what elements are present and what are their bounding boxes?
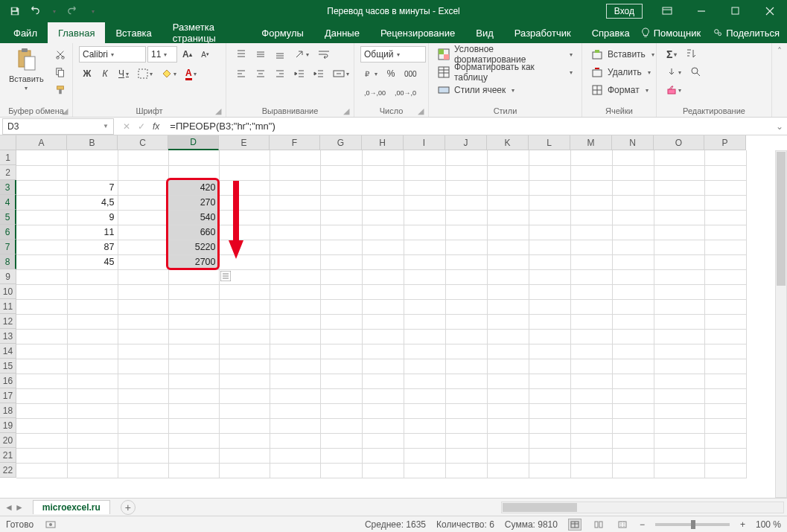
cell[interactable]: 7 <box>67 180 118 195</box>
cell[interactable] <box>118 150 168 165</box>
cell[interactable] <box>320 463 362 478</box>
cell[interactable] <box>118 448 168 463</box>
cell[interactable] <box>16 195 67 210</box>
merge-center-icon[interactable] <box>329 65 353 82</box>
cell[interactable] <box>570 329 612 344</box>
cell[interactable] <box>362 210 404 225</box>
cell[interactable] <box>445 165 487 180</box>
column-header[interactable]: D <box>168 135 219 150</box>
cell[interactable] <box>404 299 445 314</box>
cell[interactable] <box>487 210 529 225</box>
increase-indent-icon[interactable] <box>310 65 328 82</box>
cell[interactable] <box>118 388 168 403</box>
cell[interactable] <box>67 150 118 165</box>
cell[interactable] <box>362 284 404 299</box>
cell[interactable] <box>219 418 270 433</box>
cell[interactable] <box>487 403 529 418</box>
cell[interactable] <box>404 150 445 165</box>
cell[interactable] <box>16 403 67 418</box>
tab-help[interactable]: Справка <box>582 22 640 43</box>
underline-button[interactable]: Ч <box>115 65 133 82</box>
cell[interactable] <box>704 210 746 225</box>
fill-icon[interactable] <box>663 64 685 80</box>
cell[interactable] <box>445 433 487 448</box>
cell[interactable] <box>487 388 529 403</box>
column-header[interactable]: H <box>362 135 404 150</box>
cell[interactable] <box>320 359 362 374</box>
fx-icon[interactable]: fx <box>153 121 159 132</box>
cell[interactable] <box>67 388 118 403</box>
cell[interactable] <box>487 448 529 463</box>
cell[interactable] <box>654 374 704 388</box>
tab-home[interactable]: Главная <box>48 22 105 43</box>
clipboard-dialog-launcher-icon[interactable]: ◢ <box>60 106 69 115</box>
cell[interactable] <box>320 374 362 388</box>
cell[interactable] <box>654 165 704 180</box>
cell[interactable] <box>270 448 320 463</box>
cell[interactable] <box>320 344 362 359</box>
cell[interactable] <box>168 388 219 403</box>
wrap-text-icon[interactable] <box>314 46 334 63</box>
align-left-icon[interactable] <box>232 65 250 82</box>
cell[interactable] <box>362 388 404 403</box>
cell[interactable] <box>529 418 570 433</box>
cell[interactable] <box>168 269 219 284</box>
row-header[interactable]: 6 <box>0 225 16 240</box>
cell[interactable] <box>67 284 118 299</box>
cell[interactable] <box>219 344 270 359</box>
cell[interactable] <box>445 225 487 240</box>
row-header[interactable]: 13 <box>0 329 16 344</box>
column-header[interactable]: P <box>704 135 746 150</box>
tab-formulas[interactable]: Формулы <box>251 22 314 43</box>
cell[interactable] <box>404 388 445 403</box>
cell[interactable] <box>704 344 746 359</box>
row-header[interactable]: 5 <box>0 210 16 225</box>
cell[interactable] <box>320 403 362 418</box>
cell[interactable] <box>67 359 118 374</box>
cell[interactable] <box>320 448 362 463</box>
sheet-tab[interactable]: microexcel.ru <box>33 500 110 514</box>
align-top-icon[interactable] <box>232 46 250 63</box>
sheet-nav-prev-icon[interactable]: ◄ <box>4 502 13 513</box>
cell[interactable] <box>270 359 320 374</box>
cell[interactable] <box>654 210 704 225</box>
cell[interactable] <box>320 210 362 225</box>
tab-view[interactable]: Вид <box>465 22 504 43</box>
row-header[interactable]: 17 <box>0 388 16 403</box>
row-header[interactable]: 19 <box>0 418 16 433</box>
cell[interactable] <box>529 359 570 374</box>
share-button[interactable]: Поделиться <box>713 28 780 39</box>
cell[interactable] <box>67 329 118 344</box>
cell[interactable] <box>654 240 704 254</box>
cell[interactable] <box>529 284 570 299</box>
cell[interactable] <box>67 403 118 418</box>
redo-icon[interactable] <box>64 2 82 20</box>
horizontal-scrollbar[interactable] <box>501 501 784 513</box>
cell[interactable] <box>612 329 654 344</box>
cell[interactable] <box>570 269 612 284</box>
sheet-nav-next-icon[interactable]: ► <box>15 502 24 513</box>
row-header[interactable]: 22 <box>0 463 16 478</box>
accounting-format-icon[interactable]: ₽ <box>360 65 381 82</box>
cell[interactable] <box>270 388 320 403</box>
macro-record-icon[interactable] <box>45 520 56 529</box>
cell[interactable] <box>487 195 529 210</box>
cell[interactable] <box>570 299 612 314</box>
cell[interactable] <box>404 374 445 388</box>
cell[interactable] <box>445 150 487 165</box>
cell[interactable] <box>612 195 654 210</box>
tab-page-layout[interactable]: Разметка страницы <box>162 22 252 43</box>
cell[interactable]: 420 <box>168 180 219 195</box>
cell[interactable] <box>168 284 219 299</box>
row-header[interactable]: 2 <box>0 165 16 180</box>
cell[interactable] <box>219 448 270 463</box>
row-header[interactable]: 3 <box>0 180 16 195</box>
cell[interactable] <box>320 195 362 210</box>
cell[interactable] <box>570 374 612 388</box>
delete-cells-button[interactable]: Удалить <box>588 64 657 80</box>
cell[interactable] <box>654 195 704 210</box>
cell[interactable] <box>362 403 404 418</box>
cell[interactable] <box>67 418 118 433</box>
cell[interactable] <box>404 165 445 180</box>
cell[interactable] <box>362 448 404 463</box>
